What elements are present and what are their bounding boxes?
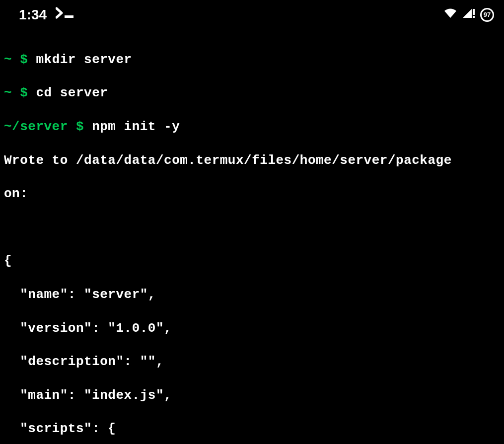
command-text: mkdir server: [36, 52, 132, 67]
output-line: Wrote to /data/data/com.termux/files/hom…: [4, 152, 500, 169]
battery-indicator: 97: [480, 8, 494, 22]
svg-rect-1: [473, 9, 475, 15]
prompt-dollar: $: [76, 119, 84, 134]
command-text: cd server: [36, 85, 108, 100]
battery-level: 97: [484, 11, 491, 19]
prompt-dollar: $: [20, 52, 28, 67]
output-line: "description": "",: [4, 354, 500, 370]
status-right: 97: [443, 6, 494, 23]
prompt-path: ~/server: [4, 119, 68, 134]
terminal-line: ~ $ cd server: [4, 85, 500, 102]
terminal-area[interactable]: ~ $ mkdir server ~ $ cd server ~/server …: [0, 27, 504, 444]
status-bar: 1:34 97: [0, 0, 504, 27]
terminal-app-icon: [56, 6, 76, 24]
svg-rect-0: [65, 15, 73, 18]
output-line: {: [4, 253, 500, 270]
output-line: "scripts": {: [4, 421, 500, 438]
prompt-path: ~: [4, 85, 12, 100]
output-line: "name": "server",: [4, 287, 500, 303]
output-line: "version": "1.0.0",: [4, 320, 500, 337]
status-left: 1:34: [19, 6, 76, 24]
svg-rect-2: [473, 16, 475, 18]
cellular-signal-icon: [462, 6, 475, 23]
prompt-path: ~: [4, 52, 12, 67]
terminal-line: ~/server $ npm init -y: [4, 119, 500, 136]
clock: 1:34: [19, 6, 47, 24]
output-line: "main": "index.js",: [4, 387, 500, 404]
terminal-line: ~ $ mkdir server: [4, 52, 500, 69]
output-line: on:: [4, 186, 500, 203]
wifi-icon: [443, 6, 457, 23]
command-text: npm init -y: [92, 119, 180, 134]
output-line: [4, 220, 500, 236]
prompt-dollar: $: [20, 85, 28, 100]
